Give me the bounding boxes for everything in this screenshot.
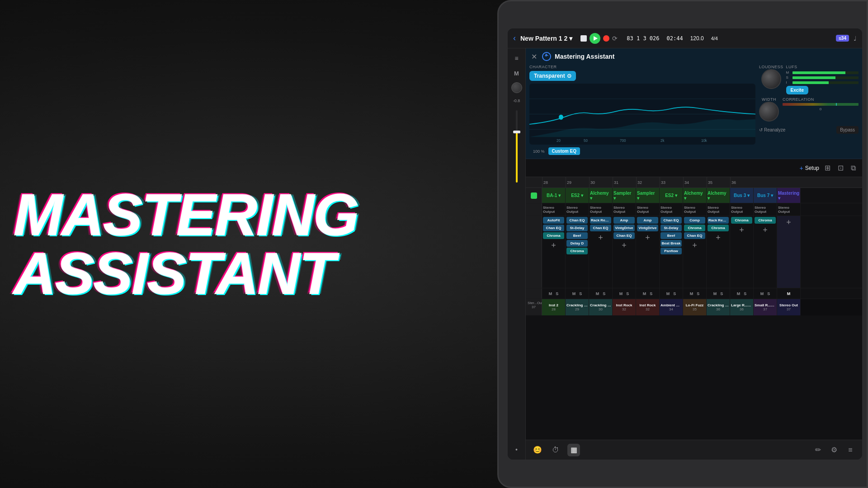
sidebar-m-label[interactable]: M (514, 70, 519, 77)
add-plugin-9[interactable]: + (731, 225, 752, 236)
add-plugin-4[interactable]: + (613, 240, 635, 251)
loop-button[interactable]: ⟳ (612, 35, 618, 42)
plugin-chroma6[interactable]: Chroma (755, 217, 776, 224)
metronome-icon[interactable]: ♩ (854, 35, 857, 42)
emoji-button[interactable]: 😊 (531, 444, 544, 456)
track-cell-ba1[interactable]: BA-1 ▾ (542, 188, 566, 203)
track-cell-es2-2[interactable]: ES2 ▾ (660, 188, 683, 203)
add-plugin-8[interactable]: + (708, 232, 729, 244)
plugin-chroma2[interactable]: Chroma (566, 248, 588, 254)
m-btn-7[interactable]: M (689, 291, 694, 296)
track-cell-sampler2[interactable]: Sampler ▾ (636, 188, 660, 203)
s-btn-3[interactable]: S (602, 291, 606, 296)
back-button[interactable]: ‹ (513, 33, 516, 43)
track-cell-alchemy3[interactable]: Alchemy ▾ (707, 188, 730, 203)
track-cell-bus7[interactable]: Bus 7 ▾ (754, 188, 777, 203)
plugin-amp2[interactable]: Amp (637, 217, 658, 224)
bars-button[interactable]: ≡ (844, 444, 857, 456)
fader-track[interactable] (516, 110, 518, 183)
plugin-stdelay2[interactable]: St-Delay (660, 225, 682, 231)
mixer-icon-3[interactable]: ⧉ (849, 162, 858, 174)
track-name-10[interactable]: Small R...Studio A 37 (754, 299, 777, 315)
s-btn-1[interactable]: S (555, 291, 559, 296)
plugin-chroma3[interactable]: Chroma (684, 225, 705, 231)
mixer-icon-2[interactable]: ⊡ (836, 162, 845, 174)
m-btn-4[interactable]: M (618, 291, 624, 296)
track-name-11[interactable]: Stereo Out 37 (777, 299, 801, 315)
plugin-chaneq3[interactable]: Chan EQ (590, 225, 611, 231)
grid-button[interactable]: ▦ (567, 444, 580, 456)
sidebar-knob[interactable] (511, 82, 522, 93)
plugin-chaneq2[interactable]: Chan EQ (566, 217, 588, 224)
plugin-beatbreak[interactable]: Beat Break (660, 240, 682, 247)
add-plugin-5[interactable]: + (637, 232, 658, 244)
plugin-vintgdrive1[interactable]: VintgDrive (613, 225, 635, 231)
plugin-delayd[interactable]: Delay D (566, 240, 588, 247)
menu-icon[interactable]: ≡ (510, 52, 523, 65)
plugin-chaneq6[interactable]: Chan EQ (684, 232, 705, 239)
track-cell-sampler1[interactable]: Sampler ▾ (613, 188, 636, 203)
plugin-comp[interactable]: Comp (684, 217, 705, 224)
add-plugin-7[interactable]: + (684, 240, 705, 251)
pattern-title[interactable]: New Pattern 1 2 ▾ (520, 35, 572, 42)
settings-button[interactable]: ⚙ (828, 444, 840, 456)
track-name-2[interactable]: Crackling Lead 29 (566, 299, 589, 315)
plugin-chroma5[interactable]: Chroma (731, 217, 752, 224)
s-btn-2[interactable]: S (578, 291, 583, 296)
reanalyze-button[interactable]: ↺ Reanalyze (759, 127, 785, 132)
sidebar-bottom-icon[interactable]: • (510, 443, 523, 456)
m-btn-10[interactable]: M (760, 291, 765, 296)
s-btn-9[interactable]: S (743, 291, 747, 296)
track-cell-alchemy[interactable]: Alchemy ▾ (589, 188, 613, 203)
track-name-3[interactable]: Crackling Lead 30 (589, 299, 613, 315)
plugin-stdelay[interactable]: St-Delay (566, 225, 588, 231)
add-plugin-3[interactable]: + (590, 232, 611, 244)
plugin-rackreverb2[interactable]: Rack Reverb (708, 217, 729, 224)
m-btn-9[interactable]: M (736, 291, 741, 296)
track-name-8[interactable]: Crackling Lead 36 (707, 299, 730, 315)
pencil-button[interactable]: ✏ (811, 444, 824, 456)
track-name-6[interactable]: Ambient Lead 34 (660, 299, 683, 315)
track-cell-alchemy2[interactable]: Alchemy ▾ (683, 188, 707, 203)
plugin-rackreverb[interactable]: Rack Reverb (590, 217, 611, 224)
m-btn-2[interactable]: M (571, 291, 577, 296)
plugin-chroma[interactable]: Chroma (543, 232, 564, 239)
m-btn-1[interactable]: M (548, 291, 553, 296)
m-btn-8[interactable]: M (712, 291, 718, 296)
plugin-beef2[interactable]: Beef (660, 232, 682, 239)
plugin-chaneq4[interactable]: Chan EQ (613, 232, 635, 239)
track-name-7[interactable]: Lo-Fi Fuzz 35 (683, 299, 707, 315)
mixer-icon-1[interactable]: ⊞ (823, 162, 832, 174)
midi-button[interactable]: ≤34 (836, 35, 849, 42)
play-button[interactable] (590, 33, 600, 44)
add-plugin-10[interactable]: + (755, 225, 776, 236)
clock-button[interactable]: ⏱ (549, 444, 562, 456)
m-btn-11[interactable]: M (786, 291, 792, 296)
plugin-autofit[interactable]: AutoFit (543, 217, 564, 224)
m-btn-6[interactable]: M (665, 291, 671, 296)
power-button[interactable] (542, 52, 551, 61)
s-btn-8[interactable]: S (719, 291, 724, 296)
track-cell-bus3[interactable]: Bus 3 ▾ (730, 188, 754, 203)
track-name-9[interactable]: Large R...Room 36 (730, 299, 754, 315)
m-btn-5[interactable]: M (642, 291, 647, 296)
track-name-1[interactable]: Inst 2 28 (542, 299, 566, 315)
s-btn-6[interactable]: S (672, 291, 677, 296)
plugin-chroma4[interactable]: Chroma (708, 225, 729, 231)
add-plugin-1[interactable]: + (543, 240, 564, 251)
setup-button[interactable]: + Setup (799, 164, 819, 172)
s-btn-5[interactable]: S (649, 291, 653, 296)
track-name-4[interactable]: Inst Rock 32 (613, 299, 636, 315)
add-plugin-11[interactable]: + (778, 217, 799, 228)
close-button[interactable]: ✕ (529, 52, 538, 61)
m-btn-3[interactable]: M (595, 291, 600, 296)
loudness-knob[interactable] (761, 69, 781, 89)
s-btn-4[interactable]: S (625, 291, 630, 296)
stop-button[interactable] (580, 35, 587, 42)
record-button[interactable] (603, 35, 609, 42)
custom-eq-button[interactable]: Custom EQ (548, 147, 580, 155)
plugin-vintgdrive2[interactable]: VintgDrive (637, 225, 658, 231)
width-knob[interactable] (759, 102, 779, 122)
excite-button[interactable]: Excite (786, 86, 808, 94)
plugin-chaneq5[interactable]: Chan EQ (660, 217, 682, 224)
